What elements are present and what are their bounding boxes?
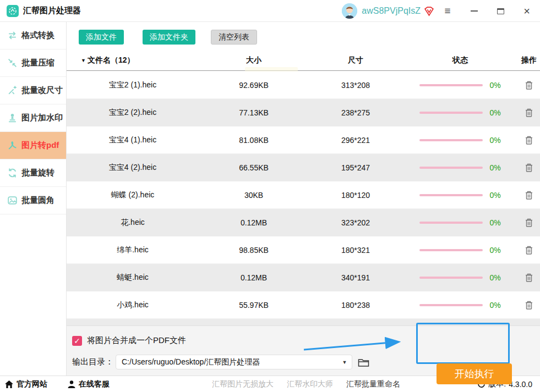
file-size: 81.08KB (199, 136, 309, 145)
sidebar-item-add-watermark[interactable]: 图片加水印 (0, 104, 66, 132)
delete-file-button[interactable] (523, 162, 534, 174)
online-service-link[interactable]: 在线客服 (67, 379, 110, 389)
delete-file-button[interactable] (523, 244, 534, 256)
column-header-size: 大小 (199, 56, 309, 65)
table-row[interactable]: 宝宝4 (1).heic 81.08KB 296*221 0% (67, 126, 540, 154)
app-window: 汇帮图片处理器 awS8PVjPqIsZ ≡ × 格式转换 (0, 0, 540, 392)
merge-pdf-checkbox[interactable]: ✓ (72, 336, 82, 346)
file-size: 77.13KB (199, 108, 309, 117)
maximize-button[interactable] (487, 0, 514, 22)
image-to-pdf-icon (7, 140, 18, 151)
progress-bar (419, 112, 483, 114)
add-files-button[interactable]: 添加文件 (79, 30, 124, 45)
progress-bar (419, 167, 483, 169)
delete-file-button[interactable] (523, 107, 534, 119)
delete-file-button[interactable] (523, 79, 534, 91)
file-name: 蝴蝶 (2).heic (67, 190, 199, 200)
sidebar-item-format-convert[interactable]: 格式转换 (0, 22, 66, 49)
hamburger-icon: ≡ (444, 5, 450, 17)
table-row[interactable]: 蝴蝶 (2).heic 30KB 180*120 0% (67, 181, 540, 209)
close-button[interactable]: × (514, 0, 540, 22)
start-execute-button[interactable]: 开始执行 (437, 363, 512, 384)
progress-bar (419, 139, 483, 141)
table-row[interactable]: 宝宝4 (2).heic 66.55KB 195*247 0% (67, 154, 540, 181)
status-cell: 0% (402, 191, 518, 200)
progress-percent: 0% (489, 218, 500, 227)
delete-file-button[interactable] (523, 299, 534, 311)
batch-compress-icon (7, 58, 18, 69)
user-avatar[interactable] (342, 3, 357, 19)
progress-percent: 0% (489, 81, 500, 90)
sidebar-label: 图片加水印 (21, 113, 63, 123)
official-site-link[interactable]: 官方网站 (4, 379, 47, 389)
file-dimensions: 180*321 (309, 246, 402, 255)
file-table-header: ▼文件名（12） 大小 尺寸 状态 操作 (67, 51, 540, 71)
delete-file-button[interactable] (523, 189, 534, 201)
watermark-master-link[interactable]: 汇帮水印大师 (287, 379, 333, 389)
column-header-action: 操作 (518, 56, 540, 65)
table-row[interactable]: 蜻蜓.heic 0.12MB 340*191 0% (67, 264, 540, 291)
output-directory-label: 输出目录： (72, 357, 113, 367)
trash-icon (525, 300, 533, 310)
username[interactable]: awS8PVjPqIsZ (362, 6, 421, 16)
file-dimensions: 195*247 (309, 163, 402, 172)
customer-service-icon (67, 380, 76, 389)
status-cell: 0% (402, 301, 518, 310)
file-dimensions: 180*120 (309, 191, 402, 200)
merge-pdf-label: 将图片合并成一个PDF文件 (87, 335, 186, 346)
sidebar-label: 格式转换 (21, 30, 54, 41)
trash-icon (525, 245, 533, 255)
sidebar-item-batch-round-corner[interactable]: 批量圆角 (0, 187, 66, 214)
menu-button[interactable]: ≡ (434, 0, 461, 22)
table-row[interactable]: 宝宝2 (2).heic 77.13KB 238*275 0% (67, 99, 540, 126)
bottom-panel: ✓ 将图片合并成一个PDF文件 输出目录： C:/Users/ruguo/Des… (67, 326, 540, 376)
sidebar-item-batch-rotate[interactable]: 批量旋转 (0, 159, 66, 187)
sort-descending-icon: ▼ (81, 58, 86, 63)
progress-percent: 0% (489, 191, 500, 200)
format-convert-icon (7, 30, 18, 41)
file-dimensions: 340*191 (309, 273, 402, 282)
batch-rename-link[interactable]: 汇帮批量重命名 (346, 379, 400, 389)
sidebar: 格式转换 批量压缩 批量改尺寸 图片加水印 图片转pdf (0, 22, 67, 376)
sidebar-label: 图片转pdf (21, 140, 59, 151)
close-icon: × (523, 5, 530, 18)
sidebar-item-batch-resize[interactable]: 批量改尺寸 (0, 77, 66, 104)
status-cell: 0% (402, 163, 518, 172)
merge-option-row: ✓ 将图片合并成一个PDF文件 (72, 335, 186, 346)
file-dimensions: 296*221 (309, 136, 402, 145)
file-size: 55.97KB (199, 301, 309, 310)
delete-file-button[interactable] (523, 134, 534, 146)
progress-percent: 0% (489, 273, 500, 282)
file-name: 宝宝2 (1).heic (67, 80, 199, 90)
delete-file-button[interactable] (523, 217, 534, 229)
lossless-upscale-link[interactable]: 汇帮图片无损放大 (212, 379, 274, 389)
status-cell: 0% (402, 108, 518, 117)
table-row[interactable]: 宝宝2 (1).heic 92.69KB 313*208 0% (67, 71, 540, 99)
trash-icon (525, 108, 533, 118)
vip-badge-icon[interactable] (424, 6, 434, 16)
file-name: 宝宝4 (2).heic (67, 163, 199, 173)
output-directory-path: C:/Users/ruguo/Desktop/汇帮图片处理器 (116, 357, 337, 367)
trash-icon (525, 163, 533, 173)
table-row[interactable]: 花.heic 0.12MB 323*202 0% (67, 209, 540, 236)
table-row[interactable]: 小鸡.heic 55.97KB 180*238 0% (67, 291, 540, 319)
clear-list-button[interactable]: 清空列表 (211, 30, 257, 45)
sidebar-item-image-to-pdf[interactable]: 图片转pdf (0, 132, 66, 159)
chevron-down-icon[interactable]: ▼ (337, 360, 352, 365)
table-row[interactable]: 绵羊.heic 98.85KB 180*321 0% (67, 236, 540, 264)
progress-bar (419, 249, 483, 251)
progress-percent: 0% (489, 108, 500, 117)
file-size: 92.69KB (199, 81, 309, 90)
trash-icon (525, 218, 533, 228)
minimize-button[interactable] (461, 0, 487, 22)
file-size: 0.12MB (199, 273, 309, 282)
add-folder-button[interactable]: 添加文件夹 (143, 30, 195, 45)
file-name: 宝宝2 (2).heic (67, 108, 199, 118)
output-directory-select[interactable]: C:/Users/ruguo/Desktop/汇帮图片处理器 ▼ (116, 355, 352, 369)
column-header-filename[interactable]: ▼文件名（12） (67, 56, 199, 65)
sidebar-item-batch-compress[interactable]: 批量压缩 (0, 49, 66, 77)
browse-folder-button[interactable] (358, 357, 369, 367)
delete-file-button[interactable] (523, 272, 534, 284)
toolbar: 添加文件 添加文件夹 清空列表 (67, 30, 257, 45)
sidebar-label: 批量圆角 (21, 195, 54, 206)
